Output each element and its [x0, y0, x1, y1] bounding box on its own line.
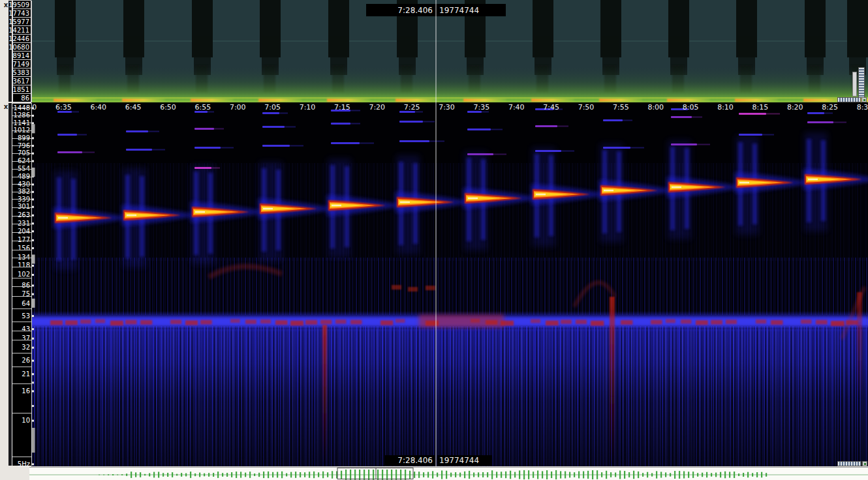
freq-tick: [32, 373, 34, 375]
freq-label: 15977: [12, 17, 31, 26]
waveform-bar: [651, 473, 653, 476]
event-harmonic: [262, 126, 285, 128]
event-harmonic: [194, 147, 221, 149]
waveform-bar: [240, 472, 241, 477]
freq-tick: [32, 338, 34, 340]
freq-label: 86: [12, 93, 31, 102]
vertical-zoom-thumbwheel-top[interactable]: [858, 67, 865, 98]
waveform-bar: [286, 473, 287, 477]
waveform-bar: [487, 472, 488, 477]
waveform-bar: [117, 475, 118, 475]
red-streak: [322, 325, 327, 464]
waveform-bar: [565, 472, 566, 479]
time-label: 6:40: [90, 103, 106, 112]
freq-tick: [32, 274, 34, 276]
waveform-bar: [697, 473, 698, 476]
band-red-mottle: [320, 320, 332, 324]
event-harmonic: [57, 151, 82, 153]
event-harmonic: [126, 130, 148, 132]
freq-cell-border: [12, 108, 31, 108]
freq-cell-border: [12, 267, 31, 267]
freq-cell-border: [12, 367, 31, 367]
frequency-scale-bottom[interactable]: 1448128611411012899796705624554489430382…: [12, 103, 32, 466]
freq-label: 156: [18, 245, 30, 252]
event-core-hot: [808, 179, 818, 180]
waveform-bar: [432, 471, 433, 478]
waveform-bar: [679, 471, 680, 479]
main-spectrogram[interactable]: [31, 102, 868, 466]
waveform-bar: [217, 472, 219, 478]
freq-cell-border: [12, 413, 31, 413]
time-label: 7:25: [404, 103, 420, 112]
octave-marker: [32, 254, 35, 263]
freq-label: 64: [22, 300, 30, 308]
band-red-mottle: [305, 320, 317, 325]
freq-cell-border: [12, 340, 31, 340]
waveform-bar: [706, 472, 707, 477]
band-red-mottle: [350, 320, 362, 324]
waveform-bar: [688, 472, 689, 478]
event-harmonic-tail: [493, 154, 506, 155]
waveform-bar: [226, 473, 228, 477]
freq-cell-border: [12, 296, 31, 297]
freq-label: 10: [22, 417, 30, 425]
freq-label: 16: [22, 387, 30, 395]
event-harmonic: [671, 143, 697, 145]
close-pane-button-bottom[interactable]: x: [2, 103, 10, 111]
waveform-bar: [523, 470, 525, 479]
time-label: 6:35: [55, 103, 72, 112]
freq-label: 53: [22, 312, 30, 320]
waveform-bar: [400, 470, 401, 480]
band-red-mottle: [200, 320, 212, 325]
event-harmonic-tail: [557, 126, 568, 127]
frequency-scale-top[interactable]: 1950917743159771421112446106808914714953…: [12, 1, 32, 102]
event-harmonic-tail: [630, 147, 644, 149]
freq-label: 118: [18, 262, 30, 269]
freq-cell-border: [12, 331, 31, 331]
waveform-bar: [281, 472, 283, 478]
waveform-bar: [418, 472, 420, 478]
time-label: 8:30: [857, 103, 868, 112]
time-label: 7:05: [264, 103, 281, 112]
waveform-bar: [112, 474, 114, 475]
app-window: x x 6:306:356:406:456:506:557:007:057:10…: [0, 0, 868, 480]
event-harmonic: [739, 134, 762, 136]
waveform-bar: [578, 472, 580, 479]
event-core-hot: [195, 211, 205, 213]
event-harmonic: [262, 145, 290, 147]
waveform-bar: [743, 473, 744, 477]
waveform-bar: [738, 473, 739, 476]
freq-label: 14211: [12, 25, 31, 35]
freq-tick: [32, 284, 34, 286]
freq-tick: [32, 122, 34, 124]
horizontal-zoom-thumbwheel-top[interactable]: [837, 97, 861, 102]
freq-tick: [32, 198, 34, 200]
freq-label: 43: [22, 325, 30, 333]
freq-tick: [32, 115, 34, 117]
freq-label: 3617: [12, 76, 31, 85]
waveform-bar: [660, 472, 662, 477]
panner-overview[interactable]: [0, 467, 868, 480]
reset-zoom-button-bottom[interactable]: [862, 461, 867, 466]
time-label: 7:20: [369, 103, 385, 112]
waveform-bar: [761, 472, 762, 478]
event-core-hot: [400, 202, 410, 203]
waveform-bar: [149, 473, 150, 477]
freq-cell-border: [12, 457, 31, 457]
event-core-hot: [468, 198, 478, 199]
waveform-bar: [642, 473, 643, 477]
reset-zoom-button-top[interactable]: [861, 97, 867, 102]
waveform-bar: [491, 470, 493, 479]
time-label: 7:55: [613, 103, 629, 112]
event-harmonic: [331, 123, 350, 125]
horizontal-zoom-thumbwheel-bottom[interactable]: [837, 461, 861, 466]
band-red-mottle: [546, 320, 559, 325]
spectrogram-scene[interactable]: [0, 0, 868, 480]
freq-tick: [32, 390, 34, 392]
waveform-bar: [382, 470, 383, 480]
close-pane-button-top[interactable]: x: [2, 1, 10, 9]
waveform-bar: [386, 470, 388, 480]
vertical-scroll-indicator[interactable]: [852, 72, 857, 97]
waveform-bar: [519, 470, 520, 479]
cursor-frame-readout-top: 19774744: [437, 5, 504, 16]
